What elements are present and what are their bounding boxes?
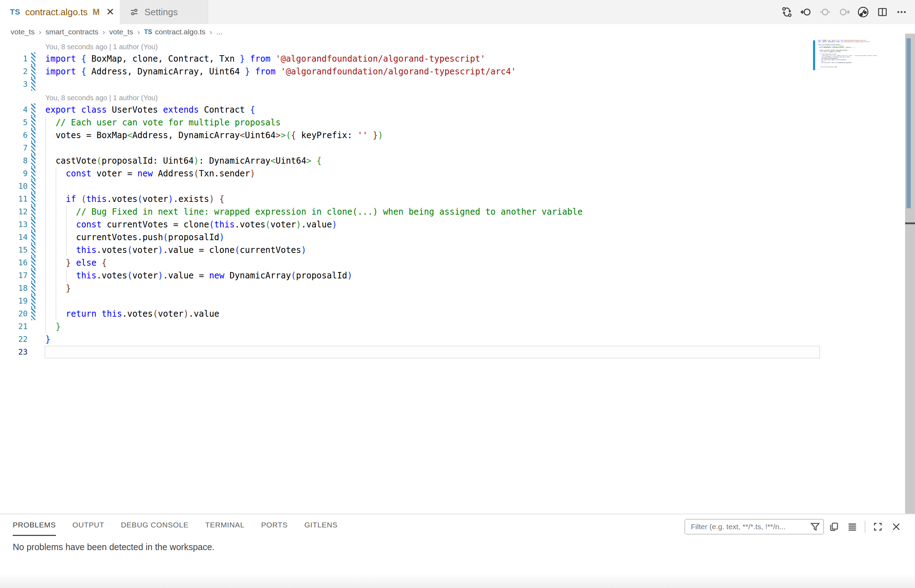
line-number[interactable]: 6 bbox=[0, 129, 27, 142]
code-line[interactable]: 3 bbox=[0, 78, 829, 90]
split-editor-icon[interactable] bbox=[876, 6, 888, 18]
editor-scrollbar[interactable] bbox=[905, 34, 915, 514]
panel-tab-gitlens[interactable]: GITLENS bbox=[304, 521, 337, 536]
code-line[interactable]: 9 const voter = new Address(Txn.sender) bbox=[0, 167, 829, 180]
line-number[interactable]: 15 bbox=[0, 244, 27, 257]
gutter-change-indicator[interactable] bbox=[31, 154, 36, 167]
line-number[interactable]: 20 bbox=[0, 307, 27, 320]
gutter-change-indicator[interactable] bbox=[31, 65, 36, 78]
line-number[interactable]: 19 bbox=[0, 295, 27, 307]
codelens-annotation[interactable]: You, 8 seconds ago | 1 author (You) bbox=[45, 40, 158, 52]
breadcrumb-file[interactable]: contract.algo.ts bbox=[155, 27, 205, 36]
line-number[interactable]: 4 bbox=[0, 103, 27, 116]
code-line[interactable]: 15 this.votes(voter).value = clone(curre… bbox=[0, 244, 829, 257]
minimap[interactable]: import { BoxMap, clone, Contract, Txn } … bbox=[813, 40, 904, 146]
gutter-change-indicator[interactable] bbox=[31, 244, 36, 257]
line-number[interactable]: 18 bbox=[0, 282, 27, 295]
line-number[interactable]: 22 bbox=[0, 333, 27, 346]
gutter-change-indicator[interactable] bbox=[31, 269, 36, 282]
code-line[interactable]: 12 // Bug Fixed in next line: wrapped ex… bbox=[0, 205, 829, 218]
panel-tab-ports[interactable]: PORTS bbox=[261, 521, 287, 536]
gutter-change-indicator[interactable] bbox=[31, 116, 36, 129]
funnel-icon[interactable] bbox=[810, 522, 820, 532]
previous-change-icon[interactable] bbox=[819, 6, 831, 18]
breadcrumb-item[interactable]: vote_ts bbox=[11, 27, 35, 36]
line-number[interactable]: 8 bbox=[0, 154, 27, 167]
code-line[interactable]: 4export class UserVotes extends Contract… bbox=[0, 103, 829, 116]
code-line[interactable]: 1import { BoxMap, clone, Contract, Txn }… bbox=[0, 52, 829, 65]
close-tab-icon[interactable]: ✕ bbox=[106, 7, 114, 17]
tab-settings[interactable]: Settings bbox=[120, 0, 208, 24]
gutter-change-indicator[interactable] bbox=[31, 257, 36, 269]
gutter-change-indicator[interactable] bbox=[31, 52, 36, 65]
gutter-change-indicator[interactable] bbox=[31, 218, 36, 231]
panel-tab-output[interactable]: OUTPUT bbox=[73, 521, 105, 536]
code-line[interactable]: 19 bbox=[0, 295, 829, 307]
codelens-annotation[interactable]: You, 8 seconds ago | 1 author (You) bbox=[45, 90, 158, 103]
line-number[interactable]: 5 bbox=[0, 116, 27, 129]
gutter-change-indicator[interactable] bbox=[31, 103, 36, 116]
code-line[interactable]: 13 const currentVotes = clone(this.votes… bbox=[0, 218, 829, 231]
code-line[interactable]: 2import { Address, DynamicArray, Uint64 … bbox=[0, 65, 829, 78]
gutter-change-indicator[interactable] bbox=[31, 295, 36, 307]
line-number[interactable]: 13 bbox=[0, 218, 27, 231]
line-number[interactable]: 16 bbox=[0, 257, 27, 269]
breadcrumb-item[interactable]: vote_ts bbox=[109, 27, 133, 36]
panel-tab-debug-console[interactable]: DEBUG CONSOLE bbox=[121, 521, 189, 536]
line-number[interactable]: 3 bbox=[0, 78, 27, 90]
line-number[interactable]: 7 bbox=[0, 142, 27, 154]
code-line[interactable]: 6 votes = BoxMap<Address, DynamicArray<U… bbox=[0, 129, 829, 142]
code-line[interactable]: 16 } else { bbox=[0, 257, 829, 269]
gutter-change-indicator[interactable] bbox=[31, 180, 36, 193]
code-line[interactable]: 21 } bbox=[0, 320, 829, 333]
view-as-table-icon[interactable] bbox=[828, 521, 840, 533]
go-back-icon[interactable] bbox=[800, 6, 812, 18]
code-line[interactable]: 14 currentVotes.push(proposalId) bbox=[0, 231, 829, 244]
code-line[interactable]: 5 // Each user can vote for multiple pro… bbox=[0, 116, 829, 129]
code-line[interactable]: 20 return this.votes(voter).value bbox=[0, 307, 829, 320]
line-number[interactable]: 21 bbox=[0, 320, 27, 333]
line-number[interactable]: 1 bbox=[0, 52, 27, 65]
problems-filter-box[interactable] bbox=[684, 519, 824, 535]
next-change-icon[interactable] bbox=[838, 6, 850, 18]
gutter-change-indicator[interactable] bbox=[31, 142, 36, 154]
commit-graph-icon[interactable] bbox=[857, 6, 869, 18]
gutter-change-indicator[interactable] bbox=[31, 231, 36, 244]
tab-contract-algo-ts[interactable]: TS contract.algo.ts M ✕ bbox=[0, 0, 120, 24]
code-line[interactable]: 17 this.votes(voter).value = new Dynamic… bbox=[0, 269, 829, 282]
line-number[interactable]: 9 bbox=[0, 167, 27, 180]
line-number[interactable]: 12 bbox=[0, 205, 27, 218]
more-actions-icon[interactable] bbox=[896, 6, 907, 18]
gutter-change-indicator[interactable] bbox=[31, 193, 36, 205]
line-number[interactable]: 14 bbox=[0, 231, 27, 244]
close-panel-icon[interactable] bbox=[890, 521, 902, 533]
breadcrumb-symbol[interactable]: ... bbox=[216, 27, 223, 36]
panel-tab-terminal[interactable]: TERMINAL bbox=[205, 521, 244, 536]
code-line[interactable]: 10 bbox=[0, 180, 829, 193]
code-line[interactable]: 23 bbox=[0, 346, 829, 359]
line-number[interactable]: 2 bbox=[0, 65, 27, 78]
code-line[interactable]: 22} bbox=[0, 333, 829, 346]
code-editor[interactable]: You, 8 seconds ago | 1 author (You)1impo… bbox=[0, 40, 915, 514]
code-line[interactable]: 8 castVote(proposalId: Uint64): DynamicA… bbox=[0, 154, 829, 167]
line-number[interactable]: 11 bbox=[0, 193, 27, 205]
open-changes-icon[interactable] bbox=[781, 6, 792, 18]
breadcrumb-item[interactable]: smart_contracts bbox=[45, 27, 98, 36]
gutter-change-indicator[interactable] bbox=[31, 129, 36, 142]
filter-input[interactable] bbox=[690, 522, 810, 531]
line-number[interactable]: 23 bbox=[0, 346, 27, 359]
code-line[interactable]: 18 } bbox=[0, 282, 829, 295]
line-number[interactable]: 10 bbox=[0, 180, 27, 193]
line-number[interactable]: 17 bbox=[0, 269, 27, 282]
code-line[interactable]: 7 bbox=[0, 142, 829, 154]
gutter-change-indicator[interactable] bbox=[31, 307, 36, 320]
collapse-all-icon[interactable] bbox=[846, 521, 859, 533]
gutter-change-indicator[interactable] bbox=[31, 205, 36, 218]
scrollbar-thumb[interactable] bbox=[907, 38, 911, 208]
gutter-change-indicator[interactable] bbox=[31, 167, 36, 180]
gutter-change-indicator[interactable] bbox=[31, 282, 36, 295]
code-line[interactable]: 11 if (this.votes(voter).exists) { bbox=[0, 193, 829, 205]
code-area[interactable]: You, 8 seconds ago | 1 author (You)1impo… bbox=[0, 40, 829, 359]
maximize-panel-icon[interactable] bbox=[872, 521, 884, 533]
panel-tab-problems[interactable]: PROBLEMS bbox=[13, 521, 56, 536]
